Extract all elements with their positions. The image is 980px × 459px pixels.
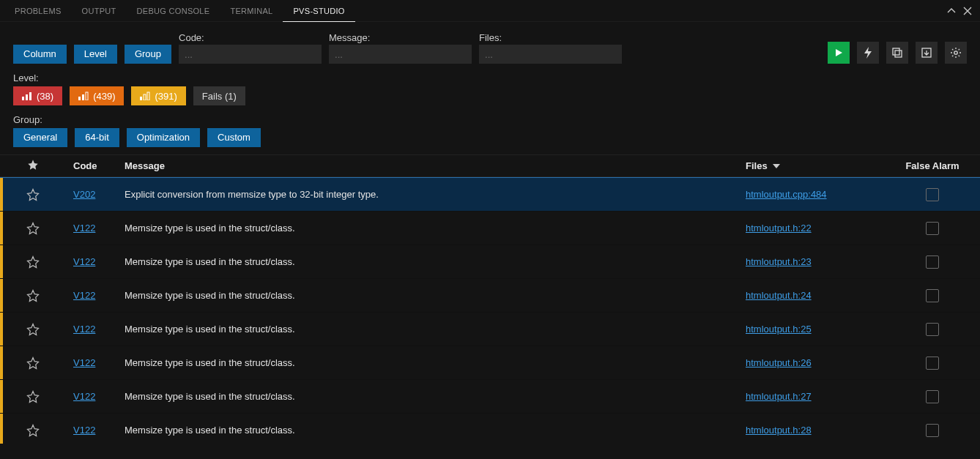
save-button[interactable] <box>916 42 938 64</box>
file-cell: htmloutput.cpp:484 <box>738 189 885 200</box>
code-link[interactable]: V122 <box>73 357 95 368</box>
false-alarm-checkbox[interactable] <box>926 255 939 269</box>
file-link[interactable]: htmloutput.cpp:484 <box>746 189 827 200</box>
table-row[interactable]: V122Memsize type is used in the struct/c… <box>0 212 980 245</box>
filter-message-input[interactable] <box>329 45 472 64</box>
file-link[interactable]: htmloutput.h:28 <box>746 425 812 436</box>
star-cell[interactable] <box>0 323 66 336</box>
close-panel-icon[interactable] <box>959 3 976 19</box>
svg-rect-1 <box>895 51 902 57</box>
code-link[interactable]: V122 <box>73 290 95 301</box>
star-icon <box>27 159 39 173</box>
file-link[interactable]: htmloutput.h:25 <box>746 324 812 335</box>
filter-code-label: Code: <box>179 32 322 43</box>
false-alarm-cell <box>885 424 980 437</box>
table-row[interactable]: V202Explicit conversion from memsize typ… <box>0 178 980 212</box>
col-code[interactable]: Code <box>66 160 117 171</box>
tab-output[interactable]: OUTPUT <box>72 0 127 22</box>
filter-files-input[interactable] <box>479 45 622 64</box>
svg-rect-7 <box>78 97 81 100</box>
false-alarm-cell <box>885 390 980 403</box>
col-files-label: Files <box>746 160 768 171</box>
filter-message-label: Message: <box>329 32 472 43</box>
tab-debug-console[interactable]: DEBUG CONSOLE <box>127 0 220 22</box>
code-link[interactable]: V122 <box>73 391 95 402</box>
level-chip-medium[interactable]: (439) <box>70 86 124 105</box>
col-star[interactable] <box>0 159 66 173</box>
table-row[interactable]: V122Memsize type is used in the struct/c… <box>0 380 980 414</box>
message-cell: Memsize type is used in the struct/class… <box>117 391 738 402</box>
message-cell: Memsize type is used in the struct/class… <box>117 256 738 267</box>
false-alarm-checkbox[interactable] <box>926 390 939 403</box>
col-false-alarm[interactable]: False Alarm <box>885 160 980 171</box>
file-link[interactable]: htmloutput.h:27 <box>746 391 812 402</box>
table-row[interactable]: V122Memsize type is used in the struct/c… <box>0 245 980 279</box>
level-chip-high[interactable]: (38) <box>13 86 62 105</box>
filter-code: Code: <box>179 32 322 64</box>
false-alarm-checkbox[interactable] <box>926 188 939 201</box>
settings-button[interactable] <box>945 42 967 64</box>
code-cell: V122 <box>66 391 117 402</box>
group-general-button[interactable]: General <box>13 128 67 147</box>
code-link[interactable]: V122 <box>73 324 95 335</box>
star-cell[interactable] <box>0 357 66 370</box>
false-alarm-cell <box>885 289 980 302</box>
tab-problems[interactable]: PROBLEMS <box>4 0 72 22</box>
level-chip-fails[interactable]: Fails (1) <box>193 86 245 105</box>
filter-code-input[interactable] <box>179 45 322 64</box>
message-cell: Memsize type is used in the struct/class… <box>117 324 738 335</box>
bolt-button[interactable] <box>857 42 879 64</box>
level-chip-low[interactable]: (391) <box>131 86 185 105</box>
bars-icon <box>78 92 89 100</box>
code-link[interactable]: V122 <box>73 425 95 436</box>
collapse-panel-icon[interactable] <box>943 3 959 19</box>
false-alarm-checkbox[interactable] <box>926 289 939 302</box>
run-analysis-button[interactable] <box>828 42 850 64</box>
results-table-body[interactable]: V202Explicit conversion from memsize typ… <box>0 177 980 444</box>
table-row[interactable]: V122Memsize type is used in the struct/c… <box>0 279 980 313</box>
code-cell: V122 <box>66 290 117 301</box>
col-message[interactable]: Message <box>117 160 738 171</box>
file-link[interactable]: htmloutput.h:23 <box>746 256 812 267</box>
star-cell[interactable] <box>0 424 66 437</box>
svg-rect-11 <box>144 94 146 100</box>
tab-pvs-studio[interactable]: PVS-STUDIO <box>283 0 354 22</box>
level-button[interactable]: Level <box>74 45 117 64</box>
table-row[interactable]: V122Memsize type is used in the struct/c… <box>0 346 980 380</box>
code-link[interactable]: V202 <box>73 189 95 200</box>
group-64bit-button[interactable]: 64-bit <box>75 128 119 147</box>
false-alarm-checkbox[interactable] <box>926 424 939 437</box>
level-high-count: (38) <box>37 91 53 102</box>
group-button[interactable]: Group <box>125 45 171 64</box>
star-cell[interactable] <box>0 390 66 403</box>
code-link[interactable]: V122 <box>73 223 95 234</box>
col-files[interactable]: Files <box>738 160 885 171</box>
false-alarm-checkbox[interactable] <box>926 222 939 235</box>
star-outline-icon <box>26 390 40 403</box>
code-cell: V122 <box>66 256 117 267</box>
star-cell[interactable] <box>0 188 66 201</box>
file-link[interactable]: htmloutput.h:24 <box>746 290 812 301</box>
level-fails-text: Fails (1) <box>202 91 237 102</box>
table-row[interactable]: V122Memsize type is used in the struct/c… <box>0 414 980 444</box>
star-cell[interactable] <box>0 289 66 302</box>
file-link[interactable]: htmloutput.h:22 <box>746 223 812 234</box>
star-cell[interactable] <box>0 222 66 235</box>
group-custom-button[interactable]: Custom <box>207 128 261 147</box>
code-link[interactable]: V122 <box>73 256 95 267</box>
column-button[interactable]: Column <box>13 45 67 64</box>
table-row[interactable]: V122Memsize type is used in the struct/c… <box>0 313 980 346</box>
star-outline-icon <box>26 424 40 437</box>
star-cell[interactable] <box>0 255 66 269</box>
false-alarm-checkbox[interactable] <box>926 357 939 370</box>
file-link[interactable]: htmloutput.h:26 <box>746 357 812 368</box>
group-optimization-button[interactable]: Optimization <box>127 128 200 147</box>
tab-terminal[interactable]: TERMINAL <box>220 0 283 22</box>
message-cell: Memsize type is used in the struct/class… <box>117 357 738 368</box>
star-outline-icon <box>26 222 40 235</box>
copy-button[interactable] <box>886 42 908 64</box>
level-low-count: (391) <box>155 91 177 102</box>
false-alarm-checkbox[interactable] <box>926 323 939 336</box>
svg-rect-9 <box>86 92 88 100</box>
filter-files: Files: <box>479 32 622 64</box>
